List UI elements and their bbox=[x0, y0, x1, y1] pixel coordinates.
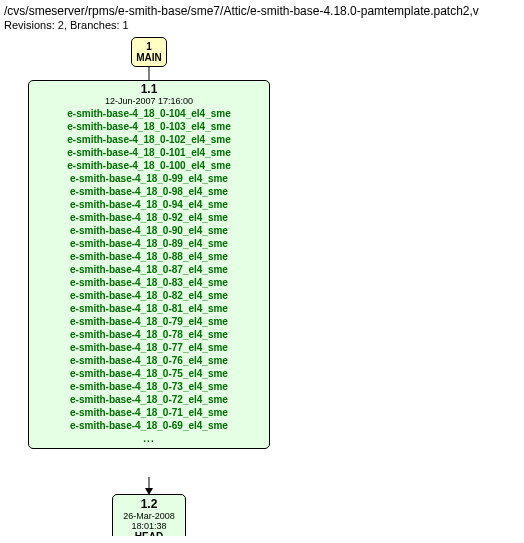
tag: e-smith-base-4_18_0-92_el4_sme bbox=[33, 211, 265, 224]
tag: e-smith-base-4_18_0-72_el4_sme bbox=[33, 393, 265, 406]
tag: e-smith-base-4_18_0-102_el4_sme bbox=[33, 133, 265, 146]
tags-ellipsis: ... bbox=[33, 432, 265, 445]
tag: e-smith-base-4_18_0-90_el4_sme bbox=[33, 224, 265, 237]
branch-label: MAIN bbox=[132, 52, 166, 63]
connector-line bbox=[148, 66, 150, 81]
tag: e-smith-base-4_18_0-81_el4_sme bbox=[33, 302, 265, 315]
tag: e-smith-base-4_18_0-103_el4_sme bbox=[33, 120, 265, 133]
tag: e-smith-base-4_18_0-104_el4_sme bbox=[33, 107, 265, 120]
tag: e-smith-base-4_18_0-76_el4_sme bbox=[33, 354, 265, 367]
tag: e-smith-base-4_18_0-101_el4_sme bbox=[33, 146, 265, 159]
tag: e-smith-base-4_18_0-73_el4_sme bbox=[33, 380, 265, 393]
tag: e-smith-base-4_18_0-98_el4_sme bbox=[33, 185, 265, 198]
tag: e-smith-base-4_18_0-77_el4_sme bbox=[33, 341, 265, 354]
revision-node-1-2[interactable]: 1.2 26-Mar-2008 18:01:38 HEAD bbox=[112, 494, 186, 536]
tag: e-smith-base-4_18_0-71_el4_sme bbox=[33, 406, 265, 419]
file-path: /cvs/smeserver/rpms/e-smith-base/sme7/At… bbox=[4, 4, 520, 18]
tag: e-smith-base-4_18_0-100_el4_sme bbox=[33, 159, 265, 172]
tag: e-smith-base-4_18_0-89_el4_sme bbox=[33, 237, 265, 250]
revision-label-head: HEAD bbox=[117, 531, 181, 536]
revision-date: 26-Mar-2008 18:01:38 bbox=[117, 511, 181, 531]
revision-summary: Revisions: 2, Branches: 1 bbox=[4, 19, 520, 31]
tag: e-smith-base-4_18_0-78_el4_sme bbox=[33, 328, 265, 341]
tag: e-smith-base-4_18_0-87_el4_sme bbox=[33, 263, 265, 276]
revision-node-1-1[interactable]: 1.1 12-Jun-2007 17:16:00 e-smith-base-4_… bbox=[28, 80, 270, 449]
tag: e-smith-base-4_18_0-88_el4_sme bbox=[33, 250, 265, 263]
branch-node-main[interactable]: 1 MAIN bbox=[131, 37, 167, 67]
revision-graph: 1 MAIN 1.1 12-Jun-2007 17:16:00 e-smith-… bbox=[4, 37, 520, 532]
tag: e-smith-base-4_18_0-79_el4_sme bbox=[33, 315, 265, 328]
revision-number: 1.1 bbox=[33, 82, 265, 96]
revision-number: 1.2 bbox=[117, 497, 181, 511]
connector-arrow bbox=[144, 477, 154, 495]
tag: e-smith-base-4_18_0-94_el4_sme bbox=[33, 198, 265, 211]
tag: e-smith-base-4_18_0-82_el4_sme bbox=[33, 289, 265, 302]
tag: e-smith-base-4_18_0-83_el4_sme bbox=[33, 276, 265, 289]
revision-date: 12-Jun-2007 17:16:00 bbox=[33, 96, 265, 106]
tag: e-smith-base-4_18_0-69_el4_sme bbox=[33, 419, 265, 432]
tag: e-smith-base-4_18_0-75_el4_sme bbox=[33, 367, 265, 380]
branch-number: 1 bbox=[132, 41, 166, 52]
tag-list: e-smith-base-4_18_0-104_el4_sme e-smith-… bbox=[33, 107, 265, 445]
tag: e-smith-base-4_18_0-99_el4_sme bbox=[33, 172, 265, 185]
